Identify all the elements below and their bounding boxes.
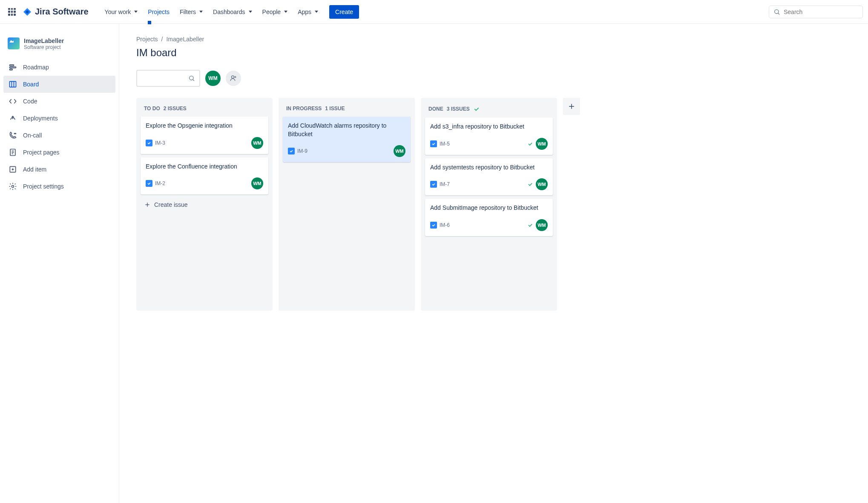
board-controls: WM <box>136 70 851 87</box>
svg-point-20 <box>232 76 234 78</box>
board-search[interactable] <box>136 70 200 87</box>
sidebar-item-roadmap[interactable]: Roadmap <box>3 59 115 76</box>
column-name: To Do <box>144 106 160 111</box>
add-column-button[interactable] <box>563 98 580 115</box>
breadcrumb: Projects / ImageLabeller <box>136 36 851 43</box>
sidebar-item-code[interactable]: Code <box>3 93 115 110</box>
sidebar-item-label: Project pages <box>23 149 60 156</box>
issue-key: IM-9 <box>297 148 308 154</box>
assignee-avatar[interactable]: WM <box>251 177 263 189</box>
nav-apps[interactable]: Apps <box>293 6 322 18</box>
nav-dashboards[interactable]: Dashboards <box>209 6 256 18</box>
sidebar-item-board[interactable]: Board <box>3 76 115 93</box>
sidebar-item-project-pages[interactable]: Project pages <box>3 144 115 161</box>
assignee-filter-avatar[interactable]: WM <box>205 71 221 86</box>
svg-point-8 <box>14 133 15 134</box>
breadcrumb-project-name[interactable]: ImageLabeller <box>166 36 204 43</box>
issue-card[interactable]: Add systemtests repository to BitbucketI… <box>425 158 553 196</box>
task-type-icon <box>430 140 437 147</box>
jira-logo-icon <box>22 7 32 17</box>
primary-nav: Your work Projects Filters Dashboards Pe… <box>101 5 359 19</box>
nav-filters[interactable]: Filters <box>175 6 207 18</box>
breadcrumb-projects[interactable]: Projects <box>136 36 158 43</box>
assignee-avatar[interactable]: WM <box>251 137 263 149</box>
app-switcher-button[interactable] <box>5 5 19 19</box>
deployments-icon <box>9 114 17 123</box>
issue-title: Add CloudWatch alarms repository to Bitb… <box>288 122 405 138</box>
plus-icon <box>144 201 151 208</box>
sidebar-item-project-settings[interactable]: Project settings <box>3 178 115 195</box>
project-avatar-icon <box>8 37 20 49</box>
kanban-board: To Do 2 issuesExplore the Opsgenie integ… <box>136 98 851 311</box>
assignee-avatar[interactable]: WM <box>394 145 405 157</box>
sidebar-item-label: Code <box>23 98 37 105</box>
assignee-avatar[interactable]: WM <box>536 138 548 150</box>
sidebar-item-label: Board <box>23 81 39 88</box>
column-header[interactable]: Done 3 issues <box>425 103 553 117</box>
project-header[interactable]: ImageLabeller Software project <box>3 34 115 59</box>
done-indicator-icon <box>527 222 533 228</box>
issue-title: Add systemtests repository to Bitbucket <box>430 163 548 172</box>
column-count: 3 issues <box>447 106 470 112</box>
pages-icon <box>9 148 17 157</box>
add-person-icon <box>230 74 237 82</box>
column-count: 2 issues <box>164 106 187 111</box>
search-icon <box>773 9 780 15</box>
issue-key: IM-6 <box>440 222 450 228</box>
issue-title: Add s3_infra repository to Bitbucket <box>430 123 548 131</box>
issue-key: IM-2 <box>155 180 165 186</box>
column-name: Done <box>428 106 443 112</box>
project-type: Software project <box>24 44 64 50</box>
oncall-icon <box>9 131 17 140</box>
done-indicator-icon <box>527 141 533 147</box>
issue-title: Add SubmitImage repository to Bitbucket <box>430 204 548 212</box>
board-column: Done 3 issuesAdd s3_infra repository to … <box>421 98 557 311</box>
add-assignee-button[interactable] <box>226 71 241 86</box>
main-content: Projects / ImageLabeller IM board WM To … <box>119 24 868 503</box>
issue-title: Explore the Opsgenie integration <box>146 122 263 130</box>
sidebar-item-label: Add item <box>23 166 46 173</box>
board-icon <box>9 80 17 89</box>
assignee-avatar[interactable]: WM <box>536 178 548 190</box>
sidebar-item-label: Project settings <box>23 183 64 190</box>
create-issue-button[interactable]: Create issue <box>141 198 268 211</box>
global-search-input[interactable] <box>784 9 858 15</box>
search-icon <box>188 75 195 82</box>
task-type-icon <box>430 181 437 188</box>
project-name: ImageLabeller <box>24 37 64 44</box>
svg-rect-4 <box>10 69 13 70</box>
sidebar-item-oncall[interactable]: On-call <box>3 127 115 144</box>
nav-people[interactable]: People <box>258 6 292 18</box>
nav-projects[interactable]: Projects <box>144 6 174 18</box>
task-type-icon <box>146 180 152 187</box>
issue-key: IM-3 <box>155 140 165 146</box>
column-header[interactable]: To Do 2 issues <box>141 103 268 117</box>
svg-point-17 <box>12 186 14 188</box>
assignee-avatar[interactable]: WM <box>536 219 548 231</box>
svg-line-19 <box>193 80 194 81</box>
settings-icon <box>9 182 17 191</box>
global-search[interactable] <box>769 6 863 18</box>
issue-card[interactable]: Add CloudWatch alarms repository to Bitb… <box>283 117 411 162</box>
issue-title: Explore the Confluence integration <box>146 163 263 171</box>
sidebar-item-label: Deployments <box>23 115 58 122</box>
done-check-icon <box>473 106 480 112</box>
column-header[interactable]: In Progress 1 issue <box>283 103 411 117</box>
issue-key: IM-5 <box>440 141 450 147</box>
nav-your-work[interactable]: Your work <box>101 6 142 18</box>
issue-card[interactable]: Add SubmitImage repository to BitbucketI… <box>425 199 553 236</box>
issue-card[interactable]: Explore the Confluence integrationIM-2WM <box>141 157 268 195</box>
sidebar-item-deployments[interactable]: Deployments <box>3 110 115 127</box>
jira-logo[interactable]: Jira Software <box>22 7 89 17</box>
svg-rect-3 <box>10 67 16 68</box>
app-switcher-icon <box>8 8 16 16</box>
svg-point-9 <box>15 133 16 134</box>
roadmap-icon <box>9 63 17 71</box>
column-count: 1 issue <box>325 106 345 111</box>
issue-card[interactable]: Explore the Opsgenie integrationIM-3WM <box>141 117 268 154</box>
create-button[interactable]: Create <box>329 5 359 19</box>
sidebar-item-add-item[interactable]: Add item <box>3 161 115 178</box>
task-type-icon <box>146 140 152 146</box>
svg-point-18 <box>190 76 193 80</box>
issue-card[interactable]: Add s3_infra repository to BitbucketIM-5… <box>425 117 553 155</box>
